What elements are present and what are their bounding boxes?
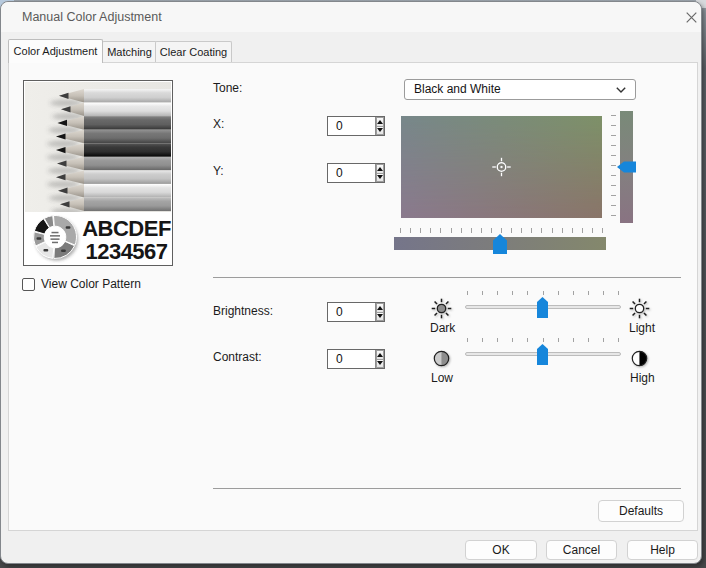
preview-image: ABCDEF 1234567	[23, 80, 173, 266]
brightness-label: Brightness:	[213, 304, 273, 319]
dialog-title: Manual Color Adjustment	[22, 2, 162, 32]
close-icon	[686, 12, 697, 23]
chevron-down-icon	[616, 87, 626, 93]
arrow-down-icon	[377, 128, 383, 132]
vertical-slider-thumb[interactable]	[617, 161, 636, 173]
view-color-pattern-label[interactable]: View Color Pattern	[41, 278, 141, 291]
brightness-slider-thumb[interactable]	[537, 297, 548, 318]
contrast-min-label: Low	[431, 372, 453, 385]
arrow-up-icon	[377, 353, 383, 357]
contrast-spin-down-button[interactable]	[376, 359, 384, 369]
x-spin-down-button[interactable]	[376, 126, 384, 136]
sample-text-line2: 1234567	[79, 240, 174, 263]
sample-text: ABCDEF 1234567	[79, 217, 174, 263]
view-color-pattern-checkbox[interactable]	[22, 278, 35, 291]
x-value[interactable]: 0	[328, 117, 375, 135]
contrast-label: Contrast:	[213, 350, 262, 365]
tab-clear-coating[interactable]: Clear Coating	[155, 41, 232, 62]
x-label: X:	[213, 117, 224, 132]
arrow-up-icon	[377, 306, 383, 310]
defaults-button[interactable]: Defaults	[598, 500, 684, 522]
arrow-down-icon	[377, 175, 383, 179]
high-contrast-icon	[631, 350, 648, 367]
horizontal-slider-ticks	[400, 228, 603, 233]
tone-label: Tone:	[213, 81, 242, 96]
pencils-sample-image	[25, 82, 171, 212]
contrast-slider-thumb[interactable]	[537, 344, 548, 365]
separator-line-bottom	[213, 488, 681, 489]
x-spin-up-button[interactable]	[376, 117, 384, 126]
contrast-slider-ticks	[467, 338, 621, 342]
horizontal-slider-thumb[interactable]	[493, 234, 507, 254]
brightness-max-label: Light	[629, 322, 655, 335]
light-sun-icon	[629, 298, 650, 319]
contrast-spin-up-button[interactable]	[376, 350, 384, 359]
title-bar[interactable]: Manual Color Adjustment	[1, 2, 701, 32]
brightness-value[interactable]: 0	[328, 303, 375, 321]
help-button[interactable]: Help	[627, 540, 698, 560]
dialog-manual-color-adjustment: Manual Color Adjustment Color Adjustment…	[0, 1, 702, 564]
vertical-slider-ticks	[611, 115, 616, 217]
y-label: Y:	[213, 164, 224, 179]
arrow-up-icon	[377, 167, 383, 171]
y-spin-down-button[interactable]	[376, 173, 384, 183]
brightness-slider-ticks	[467, 291, 621, 295]
ok-button[interactable]: OK	[465, 540, 537, 560]
tab-matching[interactable]: Matching	[102, 41, 157, 62]
color-balance-map[interactable]	[401, 116, 602, 218]
color-wheel-icon	[31, 213, 81, 263]
contrast-spinner[interactable]: 0	[327, 349, 385, 369]
y-value[interactable]: 0	[328, 164, 375, 182]
contrast-max-label: High	[630, 372, 655, 385]
separator-line	[213, 277, 681, 278]
close-button[interactable]	[679, 5, 703, 29]
y-spin-up-button[interactable]	[376, 164, 384, 173]
y-spinner[interactable]: 0	[327, 163, 385, 183]
brightness-min-label: Dark	[430, 322, 455, 335]
brightness-spin-down-button[interactable]	[376, 312, 384, 322]
arrow-up-icon	[377, 120, 383, 124]
tone-selected-value: Black and White	[414, 80, 501, 99]
tab-color-adjustment[interactable]: Color Adjustment	[8, 39, 103, 63]
brightness-spinner[interactable]: 0	[327, 302, 385, 322]
dark-sun-icon	[431, 298, 452, 319]
low-contrast-icon	[433, 350, 450, 367]
sample-text-line1: ABCDEF	[79, 217, 174, 240]
arrow-down-icon	[377, 361, 383, 365]
tone-dropdown[interactable]: Black and White	[404, 79, 636, 100]
brightness-spin-up-button[interactable]	[376, 303, 384, 312]
contrast-value[interactable]: 0	[328, 350, 375, 368]
cancel-button[interactable]: Cancel	[546, 540, 617, 560]
x-spinner[interactable]: 0	[327, 116, 385, 136]
arrow-down-icon	[377, 314, 383, 318]
